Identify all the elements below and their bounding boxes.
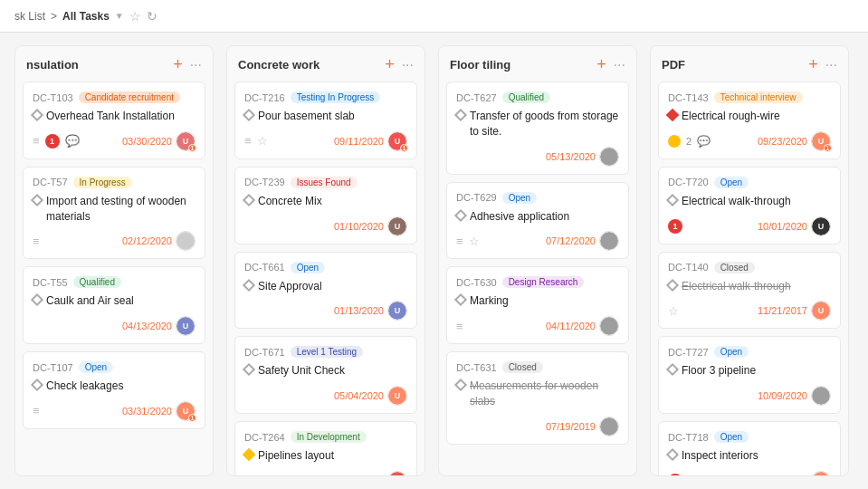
priority-diamond-icon: [454, 109, 467, 121]
avatar-circle: U: [388, 302, 406, 320]
breadcrumb-alltasks[interactable]: All Tasks: [62, 10, 110, 23]
avatar-wrap: [599, 231, 619, 251]
card-id: DC-T661: [244, 262, 285, 273]
avatar: [176, 231, 196, 251]
card[interactable]: DC-T627QualifiedTransfer of goods from s…: [446, 82, 629, 175]
avatar-wrap: U: [387, 301, 407, 321]
card-title: Marking: [456, 293, 619, 309]
priority-diamond-icon: [454, 209, 467, 222]
card-title-text: Check leakages: [46, 379, 123, 394]
card-footer: 01/13/2020U: [244, 301, 407, 321]
column-menu-button[interactable]: ···: [190, 57, 202, 73]
card-footer: ☆11/21/2017U: [668, 301, 831, 321]
card-badge[interactable]: Open: [291, 262, 325, 273]
priority-diamond-icon: [666, 109, 679, 121]
avatar: U: [387, 386, 407, 406]
card-date: 01/10/2020: [334, 221, 384, 232]
star-icon[interactable]: ☆: [129, 9, 141, 24]
card[interactable]: DC-T55QualifiedCaulk and Air seal04/13/2…: [23, 266, 205, 344]
card-id: DC-T103: [33, 92, 73, 103]
card[interactable]: DC-T720OpenElectrical walk-through110/01…: [658, 167, 841, 244]
card-badge[interactable]: Open: [714, 431, 749, 443]
card-title-text: Caulk and Air seal: [46, 293, 134, 309]
card-badge[interactable]: Qualified: [502, 91, 550, 103]
card-title: Site Approval: [244, 279, 407, 294]
card-meta-left: 2💬: [668, 135, 711, 148]
card[interactable]: DC-T718OpenInspect interiors109/11/2020U: [658, 421, 841, 476]
card-date-area: 04/13/2020U: [122, 316, 196, 336]
card[interactable]: DC-T661OpenSite Approval01/13/2020U: [234, 252, 417, 330]
card-date: 09/11/2020: [334, 136, 384, 147]
add-card-button[interactable]: +: [385, 55, 395, 74]
card-badge[interactable]: Open: [714, 346, 749, 358]
card-meta-left: 1: [668, 219, 682, 234]
card-badge[interactable]: Closed: [714, 262, 755, 273]
card[interactable]: DC-T264In DevelopmentPipelines layout≡09…: [234, 421, 417, 476]
card[interactable]: DC-T727OpenFloor 3 pipeline10/09/2020: [658, 336, 841, 414]
card[interactable]: DC-T239Issues FoundConcrete Mix01/10/202…: [234, 167, 417, 244]
column-menu-button[interactable]: ···: [825, 57, 837, 73]
card-badge[interactable]: Open: [79, 361, 113, 373]
column-header: Concrete work+···: [227, 46, 424, 82]
people-icon: ☆: [257, 134, 268, 148]
card-title: Import and testing of wooden materials: [33, 194, 196, 225]
refresh-icon[interactable]: ↻: [147, 9, 157, 24]
card[interactable]: DC-T629OpenAdhesive application≡☆07/12/2…: [446, 182, 629, 260]
column-menu-button[interactable]: ···: [402, 57, 414, 73]
card-meta-left: ≡: [33, 235, 40, 248]
card-date-area: 09/02/2020U1: [334, 471, 407, 476]
card-badge[interactable]: Closed: [502, 361, 543, 373]
card-title: Pipelines layout: [244, 448, 407, 464]
notification-dot: 1: [824, 144, 832, 152]
notification-dot: 1: [400, 144, 408, 152]
priority-diamond-icon: [454, 293, 467, 306]
card-meta-left: ≡1💬: [33, 134, 80, 149]
add-card-button[interactable]: +: [808, 55, 818, 74]
top-bar: sk List > All Tasks ▼ ☆ ↻: [0, 0, 868, 33]
dropdown-arrow[interactable]: ▼: [115, 11, 124, 21]
card-title-text: Electrical walk-through: [682, 194, 791, 209]
avatar-wrap: U1: [387, 471, 407, 476]
card[interactable]: DC-T107OpenCheck leakages≡03/31/2020U1: [23, 351, 205, 429]
card-badge[interactable]: Candidate recruitment: [79, 91, 180, 103]
add-card-button[interactable]: +: [173, 55, 183, 74]
card-id: DC-T264: [244, 432, 285, 443]
card-badge[interactable]: Issues Found: [291, 177, 358, 188]
priority-diamond-icon: [31, 293, 43, 306]
breadcrumb-tasklist[interactable]: sk List: [14, 10, 45, 23]
add-card-button[interactable]: +: [596, 55, 606, 74]
priority-diamond-icon: [454, 379, 467, 391]
card[interactable]: DC-T143Technical interviewElectrical rou…: [658, 82, 841, 159]
card[interactable]: DC-T631ClosedMeasurements for wooden sla…: [446, 351, 629, 445]
card-badge[interactable]: Technical interview: [714, 91, 803, 103]
card-badge[interactable]: Qualified: [73, 276, 121, 288]
priority-diamond-icon: [31, 194, 43, 206]
card[interactable]: DC-T216Testing In ProgressPour basement …: [234, 82, 417, 159]
card[interactable]: DC-T57In ProgressImport and testing of w…: [23, 167, 205, 260]
card-badge[interactable]: Open: [714, 177, 749, 188]
card-date-area: 03/30/2020U1: [122, 131, 196, 151]
avatar-wrap: U: [811, 471, 831, 476]
card-badge[interactable]: In Progress: [73, 177, 132, 188]
column-menu-button[interactable]: ···: [614, 57, 625, 73]
card-title-text: Safety Unit Check: [258, 363, 345, 379]
card[interactable]: DC-T140ClosedElectrical walk-through☆11/…: [658, 252, 841, 330]
card[interactable]: DC-T671Level 1 TestingSafety Unit Check0…: [234, 336, 417, 414]
card[interactable]: DC-T103Candidate recruitmentOverhead Tan…: [23, 82, 205, 159]
card-id: DC-T630: [456, 277, 497, 288]
card-badge[interactable]: Level 1 Testing: [291, 346, 364, 358]
card-title: Pour basement slab: [244, 109, 407, 124]
card-date: 10/09/2020: [758, 390, 807, 401]
card-badge[interactable]: In Development: [291, 431, 367, 443]
column-header: Floor tiling+···: [439, 46, 636, 82]
column-header-actions: +···: [173, 55, 202, 74]
card-date-area: 11/21/2017U: [758, 301, 831, 321]
card-badge[interactable]: Testing In Progress: [291, 91, 381, 103]
card-badge[interactable]: Open: [502, 192, 537, 204]
card-badge[interactable]: Design Research: [502, 276, 585, 288]
card[interactable]: DC-T630Design ResearchMarking≡04/11/2020: [446, 266, 629, 344]
card-title-text: Site Approval: [258, 279, 322, 294]
avatar: U: [811, 216, 831, 236]
card-title-text: Adhesive application: [470, 209, 569, 225]
card-top: DC-T671Level 1 Testing: [244, 346, 407, 358]
